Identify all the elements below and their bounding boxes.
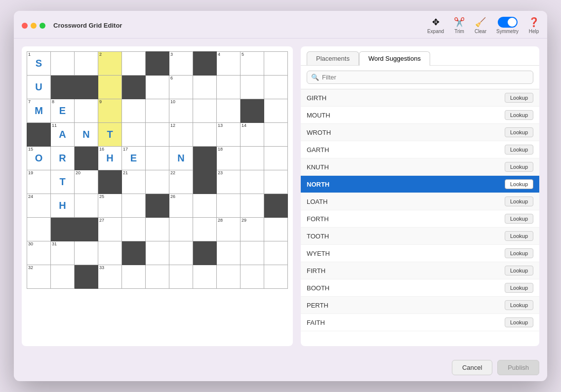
grid-cell[interactable] <box>122 123 146 147</box>
grid-cell[interactable]: 33 <box>98 265 122 289</box>
grid-cell[interactable] <box>146 147 169 170</box>
word-row[interactable]: FORTHLookup <box>301 210 539 228</box>
grid-cell[interactable] <box>146 170 169 194</box>
lookup-button[interactable]: Lookup <box>505 179 533 189</box>
word-row[interactable]: FAITHLookup <box>301 314 539 331</box>
grid-cell[interactable] <box>193 76 217 99</box>
grid-cell[interactable] <box>264 194 288 218</box>
filter-input[interactable] <box>322 74 529 81</box>
grid-cell[interactable] <box>146 52 169 76</box>
grid-cell[interactable] <box>51 218 75 241</box>
grid-cell[interactable]: N <box>169 147 193 170</box>
grid-cell[interactable]: 28 <box>217 218 240 241</box>
grid-cell[interactable] <box>217 194 240 218</box>
grid-cell[interactable] <box>264 218 288 241</box>
symmetry-button[interactable]: Symmetry <box>496 17 519 34</box>
grid-cell[interactable]: 6 <box>169 76 193 99</box>
grid-cell[interactable] <box>122 76 146 99</box>
grid-cell[interactable]: 3 <box>169 52 193 76</box>
grid-cell[interactable] <box>146 76 169 99</box>
lookup-button[interactable]: Lookup <box>505 300 533 310</box>
lookup-button[interactable]: Lookup <box>505 127 533 137</box>
grid-cell[interactable] <box>264 170 288 194</box>
word-row[interactable]: FIRTHLookup <box>301 262 539 279</box>
grid-cell[interactable]: 17E <box>122 147 146 170</box>
grid-cell[interactable]: 12 <box>169 123 193 147</box>
grid-cell[interactable] <box>240 194 264 218</box>
grid-cell[interactable] <box>217 265 240 289</box>
grid-cell[interactable] <box>193 123 217 147</box>
grid-cell[interactable] <box>146 99 169 123</box>
publish-button[interactable]: Publish <box>497 360 539 375</box>
grid-cell[interactable]: 27 <box>98 218 122 241</box>
grid-cell[interactable] <box>264 241 288 265</box>
grid-cell[interactable] <box>169 241 193 265</box>
grid-cell[interactable] <box>264 265 288 289</box>
grid-cell[interactable]: 11A <box>51 123 75 147</box>
word-row[interactable]: PERTHLookup <box>301 297 539 314</box>
help-button[interactable]: ❓ Help <box>528 17 539 34</box>
grid-cell[interactable] <box>98 76 122 99</box>
grid-cell[interactable] <box>27 123 51 147</box>
grid-cell[interactable]: 24 <box>27 194 51 218</box>
lookup-button[interactable]: Lookup <box>505 283 533 293</box>
grid-cell[interactable] <box>169 218 193 241</box>
grid-cell[interactable] <box>27 218 51 241</box>
grid-cell[interactable]: 16H <box>98 147 122 170</box>
grid-cell[interactable]: 4 <box>217 52 240 76</box>
grid-cell[interactable]: 22 <box>169 170 193 194</box>
grid-cell[interactable] <box>98 170 122 194</box>
grid-cell[interactable]: N <box>75 123 98 147</box>
grid-cell[interactable] <box>169 265 193 289</box>
grid-cell[interactable] <box>75 265 98 289</box>
grid-cell[interactable] <box>75 99 98 123</box>
grid-cell[interactable] <box>75 147 98 170</box>
grid-cell[interactable]: T <box>51 170 75 194</box>
grid-cell[interactable] <box>193 52 217 76</box>
grid-cell[interactable] <box>146 123 169 147</box>
close-button[interactable] <box>22 23 28 29</box>
grid-cell[interactable] <box>122 194 146 218</box>
lookup-button[interactable]: Lookup <box>505 214 533 224</box>
lookup-button[interactable]: Lookup <box>505 317 533 327</box>
grid-cell[interactable] <box>264 99 288 123</box>
grid-cell[interactable]: R <box>51 147 75 170</box>
grid-cell[interactable] <box>240 76 264 99</box>
lookup-button[interactable]: Lookup <box>505 196 533 206</box>
grid-cell[interactable] <box>217 99 240 123</box>
trim-button[interactable]: ✂️ Trim <box>454 17 465 34</box>
lookup-button[interactable]: Lookup <box>505 145 533 155</box>
lookup-button[interactable]: Lookup <box>505 93 533 103</box>
grid-cell[interactable] <box>146 218 169 241</box>
maximize-button[interactable] <box>40 23 45 29</box>
word-row[interactable]: WROTHLookup <box>301 124 539 141</box>
lookup-button[interactable]: Lookup <box>505 110 533 120</box>
grid-cell[interactable] <box>75 218 98 241</box>
word-row[interactable]: NORTHLookup <box>301 176 539 193</box>
word-row[interactable]: GARTHLookup <box>301 141 539 158</box>
grid-cell[interactable]: 29 <box>240 218 264 241</box>
grid-cell[interactable] <box>240 99 264 123</box>
grid-cell[interactable] <box>51 76 75 99</box>
word-row[interactable]: LOATHLookup <box>301 193 539 210</box>
grid-cell[interactable]: 9 <box>98 99 122 123</box>
grid-cell[interactable] <box>122 99 146 123</box>
grid-cell[interactable] <box>51 52 75 76</box>
grid-cell[interactable] <box>193 265 217 289</box>
grid-cell[interactable] <box>146 265 169 289</box>
clear-button[interactable]: 🧹 Clear <box>475 17 486 34</box>
grid-cell[interactable] <box>98 241 122 265</box>
grid-cell[interactable]: 32 <box>27 265 51 289</box>
grid-cell[interactable] <box>240 265 264 289</box>
grid-cell[interactable] <box>146 194 169 218</box>
grid-cell[interactable]: 21 <box>122 170 146 194</box>
grid-cell[interactable]: 10 <box>169 99 193 123</box>
grid-cell[interactable] <box>122 265 146 289</box>
grid-cell[interactable] <box>240 170 264 194</box>
grid-cell[interactable] <box>240 241 264 265</box>
grid-cell[interactable] <box>75 52 98 76</box>
word-row[interactable]: KNUTHLookup <box>301 158 539 176</box>
grid-cell[interactable]: 13 <box>217 123 240 147</box>
lookup-button[interactable]: Lookup <box>505 266 533 275</box>
grid-cell[interactable]: 5 <box>240 52 264 76</box>
